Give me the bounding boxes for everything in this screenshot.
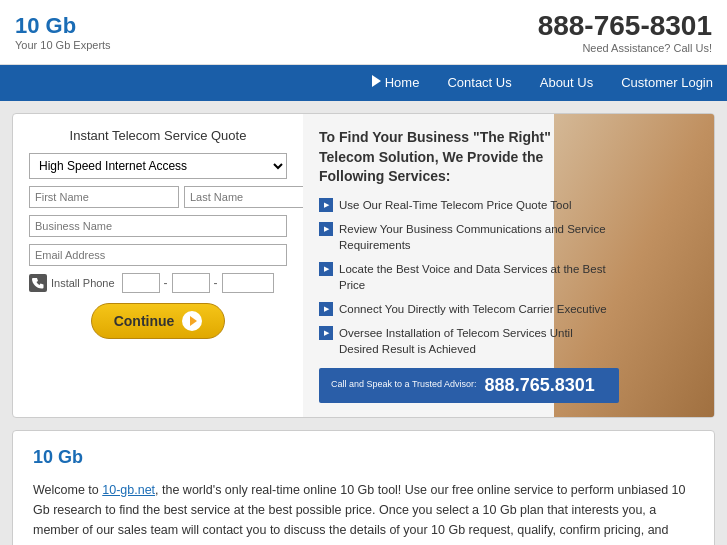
header-phone-sub: Need Assistance? Call Us! xyxy=(538,42,712,54)
main-nav: Home Contact Us About Us Customer Login xyxy=(0,65,727,101)
info-panel: 10 Gb Welcome to 10-gb.net, the world's … xyxy=(12,430,715,545)
service-text-1: Use Our Real-Time Telecom Price Quote To… xyxy=(339,197,571,213)
service-text-4: Connect You Directly with Telecom Carrie… xyxy=(339,301,607,317)
bullet-icon-3 xyxy=(319,262,333,276)
service-item-3: Locate the Best Voice and Data Services … xyxy=(319,261,609,293)
info-body: Welcome to 10-gb.net, the world's only r… xyxy=(33,480,694,545)
header-phone: 888-765-8301 Need Assistance? Call Us! xyxy=(538,10,712,54)
call-label-text: Call and Speak to a Trusted Advisor: xyxy=(331,379,477,391)
service-item-5: Oversee Installation of Telecom Services… xyxy=(319,325,609,357)
nav-home[interactable]: Home xyxy=(358,65,434,101)
email-input[interactable] xyxy=(29,244,287,266)
info-heading: 10 Gb xyxy=(33,447,694,468)
service-text-3: Locate the Best Voice and Data Services … xyxy=(339,261,609,293)
phone-prefix-input[interactable] xyxy=(172,273,210,293)
quote-form: Instant Telecom Service Quote High Speed… xyxy=(13,114,303,417)
services-panel: To Find Your Business "The Right" Teleco… xyxy=(303,114,714,417)
service-select[interactable]: High Speed Internet Access xyxy=(29,153,287,179)
top-panel: Instant Telecom Service Quote High Speed… xyxy=(12,113,715,418)
nav-about[interactable]: About Us xyxy=(526,65,607,101)
nav-login[interactable]: Customer Login xyxy=(607,65,727,101)
services-heading: To Find Your Business "The Right" Teleco… xyxy=(319,128,599,187)
logo-text: 10 Gb xyxy=(15,13,111,39)
phone-area-input[interactable] xyxy=(122,273,160,293)
continue-arrow-icon xyxy=(182,311,202,331)
home-arrow-icon xyxy=(372,75,381,87)
logo: 10 Gb Your 10 Gb Experts xyxy=(15,13,111,51)
service-text-5: Oversee Installation of Telecom Services… xyxy=(339,325,609,357)
header-phone-number: 888-765-8301 xyxy=(538,10,712,42)
install-phone-label: Install Phone xyxy=(51,277,115,289)
first-name-input[interactable] xyxy=(29,186,179,208)
logo-subtitle: Your 10 Gb Experts xyxy=(15,39,111,51)
service-text-2: Review Your Business Communications and … xyxy=(339,221,609,253)
nav-contact[interactable]: Contact Us xyxy=(433,65,525,101)
call-bar: Call and Speak to a Trusted Advisor: 888… xyxy=(319,368,619,403)
continue-label: Continue xyxy=(114,313,175,329)
bullet-icon-5 xyxy=(319,326,333,340)
main-content: Instant Telecom Service Quote High Speed… xyxy=(0,101,727,545)
bullet-icon-4 xyxy=(319,302,333,316)
call-phone-number: 888.765.8301 xyxy=(485,375,595,396)
phone-row: Install Phone - - xyxy=(29,273,287,293)
continue-button[interactable]: Continue xyxy=(91,303,226,339)
bullet-icon-2 xyxy=(319,222,333,236)
business-name-input[interactable] xyxy=(29,215,287,237)
service-item-4: Connect You Directly with Telecom Carrie… xyxy=(319,301,609,317)
phone-sep2: - xyxy=(214,276,218,290)
phone-sep1: - xyxy=(164,276,168,290)
info-link[interactable]: 10-gb.net xyxy=(102,483,155,497)
quote-form-title: Instant Telecom Service Quote xyxy=(29,128,287,143)
service-item-2: Review Your Business Communications and … xyxy=(319,221,609,253)
service-item-1: Use Our Real-Time Telecom Price Quote To… xyxy=(319,197,609,213)
name-row xyxy=(29,186,287,208)
services-content: To Find Your Business "The Right" Teleco… xyxy=(319,128,698,403)
bullet-icon-1 xyxy=(319,198,333,212)
site-header: 10 Gb Your 10 Gb Experts 888-765-8301 Ne… xyxy=(0,0,727,65)
phone-line-input[interactable] xyxy=(222,273,274,293)
phone-icon xyxy=(29,274,47,292)
